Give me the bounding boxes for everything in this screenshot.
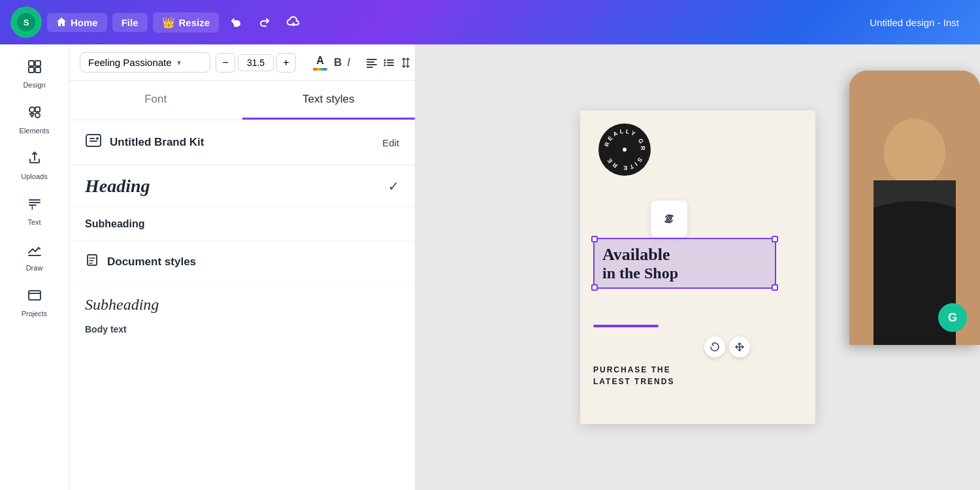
sidebar-item-label-projects: Projects bbox=[22, 310, 48, 318]
document-body-text[interactable]: Body text bbox=[69, 319, 415, 348]
sidebar-item-label-text: Text bbox=[27, 218, 41, 226]
svg-rect-2 bbox=[29, 61, 34, 66]
crown-icon: 👑 bbox=[162, 16, 175, 29]
redo-button[interactable] bbox=[253, 10, 276, 34]
file-button[interactable]: File bbox=[112, 13, 148, 32]
sidebar-item-label-design: Design bbox=[23, 81, 45, 89]
svg-point-19 bbox=[623, 148, 627, 152]
svg-rect-5 bbox=[35, 67, 41, 73]
sidebar-item-projects[interactable]: Projects bbox=[6, 281, 63, 324]
bold-button[interactable]: B bbox=[334, 52, 342, 73]
font-size-input[interactable] bbox=[238, 54, 274, 71]
heading-style-item[interactable]: Heading ✓ bbox=[69, 165, 415, 208]
document-styles-label: Document styles bbox=[107, 255, 196, 269]
resize-handle-tr[interactable] bbox=[772, 236, 778, 242]
phone-inner: G bbox=[849, 71, 980, 345]
svg-text:S: S bbox=[24, 18, 29, 27]
undo-button[interactable] bbox=[224, 10, 248, 34]
document-styles-header: Document styles bbox=[69, 241, 415, 283]
svg-point-11 bbox=[384, 59, 386, 61]
link-box bbox=[651, 201, 687, 237]
text-selection-box[interactable]: Available in the Shop bbox=[593, 238, 776, 289]
available-text: Available bbox=[602, 244, 767, 265]
align-left-button[interactable] bbox=[366, 52, 378, 73]
chevron-down-icon: ▾ bbox=[177, 58, 181, 67]
draw-icon bbox=[27, 242, 42, 261]
save-cloud-button[interactable] bbox=[282, 10, 305, 34]
sidebar-item-label-uploads: Uploads bbox=[21, 172, 47, 180]
resize-handle-bl[interactable] bbox=[591, 284, 598, 291]
sidebar-item-label-draw: Draw bbox=[26, 264, 43, 272]
sidebar-item-elements[interactable]: Elements bbox=[6, 98, 63, 141]
grammarly-button[interactable]: G bbox=[938, 303, 967, 332]
tab-text-styles[interactable]: Text styles bbox=[242, 81, 416, 120]
home-button[interactable]: Home bbox=[47, 13, 107, 32]
resize-handle-tl[interactable] bbox=[591, 236, 598, 242]
check-icon: ✓ bbox=[388, 178, 399, 194]
document-subheading[interactable]: Subheading bbox=[69, 283, 415, 319]
sidebar-item-design[interactable]: Design bbox=[6, 52, 63, 95]
topbar: S Home File 👑 Resize Untitled design - I… bbox=[0, 0, 980, 44]
text-color-button[interactable]: A bbox=[312, 52, 329, 73]
circle-logo: REALLY GREAT SITE RE bbox=[598, 123, 651, 176]
phone-photo bbox=[849, 71, 980, 345]
design-icon bbox=[27, 59, 42, 78]
color-bar bbox=[313, 68, 327, 71]
phone-mockup: G bbox=[849, 71, 980, 345]
design-card: REALLY GREAT SITE RE bbox=[580, 110, 815, 424]
uploads-icon bbox=[27, 150, 42, 170]
text-styles-panel: Feeling Passionate ▾ − + A B I bbox=[69, 44, 416, 490]
text-icon: T bbox=[27, 196, 42, 216]
svg-point-6 bbox=[29, 107, 35, 112]
svg-point-15 bbox=[96, 137, 99, 140]
sidebar-item-draw[interactable]: Draw bbox=[6, 235, 63, 278]
svg-rect-3 bbox=[35, 61, 41, 66]
main-area: Design Elements Uploads T Text Draw bbox=[0, 44, 980, 490]
svg-text:T: T bbox=[30, 203, 35, 211]
elements-icon bbox=[27, 105, 42, 124]
resize-button[interactable]: 👑 Resize bbox=[153, 12, 220, 33]
svg-point-21 bbox=[884, 119, 946, 188]
projects-icon bbox=[27, 287, 42, 307]
italic-button[interactable]: I bbox=[347, 52, 350, 73]
design-title: Untitled design - Inst bbox=[870, 17, 959, 28]
panel-content: Untitled Brand Kit Edit Heading ✓ Subhea… bbox=[69, 120, 415, 490]
subheading-style-item[interactable]: Subheading bbox=[69, 208, 415, 241]
subheading-style-label: Subheading bbox=[85, 218, 145, 230]
edit-brand-kit-button[interactable]: Edit bbox=[382, 137, 399, 148]
canvas-container: REALLY GREAT SITE RE bbox=[416, 44, 980, 490]
icon-sidebar: Design Elements Uploads T Text Draw bbox=[0, 44, 69, 490]
purchase-text: PURCHASE THE LATEST TRENDS bbox=[593, 364, 674, 387]
panel-tabs: Font Text styles bbox=[69, 81, 415, 120]
resize-handle-br[interactable] bbox=[772, 284, 778, 291]
heading-style-label: Heading bbox=[85, 176, 150, 197]
in-the-shop-text: in the Shop bbox=[602, 265, 767, 282]
font-name-label: Feeling Passionate bbox=[88, 57, 172, 68]
svg-rect-7 bbox=[35, 107, 40, 112]
canvas-area: REALLY GREAT SITE RE bbox=[416, 44, 980, 490]
sidebar-item-label-elements: Elements bbox=[20, 127, 50, 135]
font-size-control: − + bbox=[216, 53, 296, 73]
brand-kit-icon bbox=[85, 132, 102, 153]
tab-font[interactable]: Font bbox=[69, 81, 242, 120]
rotate-tool[interactable] bbox=[704, 336, 725, 357]
line-spacing-button[interactable] bbox=[400, 52, 412, 73]
document-icon bbox=[85, 253, 99, 270]
svg-point-8 bbox=[35, 113, 40, 118]
svg-rect-10 bbox=[29, 291, 41, 300]
sidebar-item-uploads[interactable]: Uploads bbox=[6, 144, 63, 187]
svg-point-13 bbox=[384, 64, 386, 66]
font-selector[interactable]: Feeling Passionate ▾ bbox=[80, 52, 210, 73]
svg-rect-4 bbox=[29, 67, 34, 73]
purple-line bbox=[593, 325, 659, 327]
brand-kit-name: Untitled Brand Kit bbox=[110, 136, 374, 149]
decrease-size-button[interactable]: − bbox=[216, 53, 235, 73]
bullet-list-button[interactable] bbox=[383, 52, 395, 73]
brand-kit-header: Untitled Brand Kit Edit bbox=[69, 120, 415, 165]
sidebar-item-text[interactable]: T Text bbox=[6, 189, 63, 233]
svg-point-12 bbox=[384, 61, 386, 63]
formatting-toolbar: Feeling Passionate ▾ − + A B I bbox=[69, 44, 415, 81]
increase-size-button[interactable]: + bbox=[276, 53, 296, 73]
logo[interactable]: S bbox=[10, 7, 42, 38]
move-tool[interactable] bbox=[729, 336, 750, 357]
